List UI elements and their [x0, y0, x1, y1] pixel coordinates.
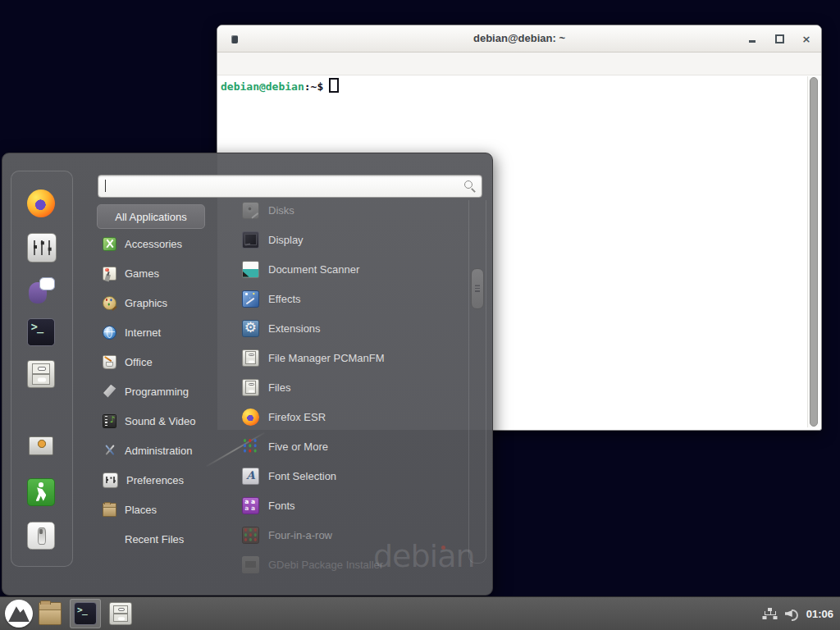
firefox-icon	[27, 189, 55, 217]
terminal-icon	[27, 318, 55, 346]
fourrow-icon	[242, 527, 259, 544]
control-center-icon	[103, 472, 118, 488]
minimize-button[interactable]	[747, 33, 757, 44]
favorite-file-manager[interactable]	[27, 360, 55, 388]
app-four-in-a-row[interactable]: Four-in-a-row	[231, 520, 470, 550]
logout-icon	[27, 478, 55, 506]
cabinet-icon	[242, 379, 259, 396]
prompt-user-host: debian@debian	[221, 80, 304, 93]
clock[interactable]: 01:06	[806, 608, 833, 620]
close-button[interactable]: ×	[801, 33, 811, 44]
folder-icon	[103, 503, 116, 517]
search-icon	[463, 180, 476, 192]
terminal-menubar	[217, 52, 821, 75]
category-places[interactable]: Places	[99, 495, 224, 524]
system-tray: 01:06	[763, 597, 833, 630]
docscanner-icon	[242, 261, 259, 278]
terminal-prompt-line: debian@debian:~$	[221, 78, 807, 94]
app-gdebi-package-installer[interactable]: GDebi Package Installer	[231, 550, 470, 579]
app-document-scanner[interactable]: Document Scanner	[231, 254, 470, 284]
category-recent-files[interactable]: Recent Files	[99, 524, 224, 554]
gdebi-icon	[242, 556, 259, 573]
taskbar: 01:06	[0, 596, 840, 630]
menu-button[interactable]	[5, 600, 33, 628]
app-file-manager-pcmanfm[interactable]: File Manager PCManFM	[231, 343, 470, 372]
lockscreen-icon	[27, 436, 55, 463]
display-icon	[242, 231, 259, 249]
search-box[interactable]	[98, 175, 482, 198]
prompt-path: :~$	[304, 80, 323, 93]
terminal-scrollbar[interactable]	[807, 76, 819, 427]
extensions-icon	[242, 320, 259, 337]
sound-icon	[103, 414, 116, 428]
category-sound-video[interactable]: Sound & Video	[99, 406, 224, 436]
terminal-titlebar[interactable]: debian@debian: ~ ×	[217, 25, 821, 52]
shutdown-icon	[27, 522, 55, 550]
favorite-shut-down[interactable]	[27, 522, 55, 550]
disks-icon	[242, 202, 259, 219]
app-disks[interactable]: Disks	[231, 195, 470, 225]
favorite-lock-screen[interactable]	[27, 436, 55, 463]
distro-logo-icon	[5, 600, 33, 628]
menu-scrollbar[interactable]	[468, 200, 486, 564]
terminal-window-title: debian@debian: ~	[217, 32, 821, 45]
cabinet-icon	[109, 602, 132, 625]
favorite-firefox[interactable]	[27, 189, 55, 217]
app-extensions[interactable]: Extensions	[231, 313, 470, 343]
effects-icon	[242, 290, 259, 308]
terminal-cursor	[329, 78, 339, 93]
terminal-scrollbar-thumb[interactable]	[810, 77, 818, 427]
volume-icon[interactable]	[785, 607, 799, 620]
category-all-applications[interactable]: All Applications	[97, 204, 205, 229]
category-office[interactable]: Office	[99, 347, 224, 377]
category-games[interactable]: Games	[99, 258, 224, 288]
fontsel-icon	[242, 468, 259, 485]
window-controls: ×	[747, 25, 811, 52]
search-input[interactable]	[98, 176, 482, 197]
category-programming[interactable]: Programming	[99, 377, 224, 406]
maximize-button[interactable]	[774, 33, 784, 44]
category-accessories[interactable]: Accessories	[99, 229, 224, 258]
category-graphics[interactable]: Graphics	[99, 288, 224, 317]
application-menu: debian All Applications AccessoriesGames…	[2, 153, 493, 596]
fivemore-icon	[242, 438, 259, 455]
app-fonts[interactable]: Fonts	[231, 491, 470, 520]
taskbar-task-terminal[interactable]	[70, 599, 101, 628]
control-center-icon	[27, 233, 57, 262]
accessories-icon	[103, 237, 116, 251]
app-firefox-esr[interactable]: Firefox ESR	[231, 402, 470, 431]
games-icon	[103, 267, 116, 281]
pidgin-icon	[27, 276, 55, 304]
terminal-icon	[74, 602, 97, 625]
favorite-control-center[interactable]	[27, 233, 55, 261]
category-administration[interactable]: Administration	[99, 436, 224, 465]
office-icon	[103, 355, 116, 369]
app-font-selection[interactable]: Font Selection	[231, 461, 470, 491]
programming-icon	[103, 385, 116, 399]
category-internet[interactable]: Internet	[99, 317, 224, 347]
desktop: debian@debian: ~ × debian@debian:~$ debi…	[0, 0, 840, 630]
internet-icon	[103, 326, 116, 340]
cabinet-icon	[27, 360, 55, 388]
fonts-icon	[242, 497, 259, 514]
favorite-terminal[interactable]	[27, 318, 55, 346]
favorite-pidgin[interactable]	[27, 276, 55, 304]
applications-list: DisksDisplayDocument ScannerEffectsExten…	[231, 195, 470, 579]
taskbar-task-file-manager[interactable]	[34, 599, 66, 628]
network-icon[interactable]	[763, 608, 778, 620]
favorites-column	[11, 171, 73, 567]
graphics-icon	[103, 296, 116, 310]
taskbar-tasks	[34, 599, 136, 628]
app-display[interactable]: Display	[231, 225, 470, 254]
menu-scrollbar-thumb[interactable]	[471, 268, 484, 309]
firefox-icon	[242, 409, 259, 426]
favorite-log-out[interactable]	[27, 478, 55, 506]
app-effects[interactable]: Effects	[231, 284, 470, 313]
app-five-or-more[interactable]: Five or More	[231, 431, 470, 461]
taskbar-task-files[interactable]	[105, 599, 136, 628]
categories-list: AccessoriesGamesGraphicsInternetOfficePr…	[99, 229, 224, 554]
folder-icon	[39, 602, 62, 625]
cabinet-icon	[242, 349, 259, 367]
category-preferences[interactable]: Preferences	[99, 465, 224, 495]
app-files[interactable]: Files	[231, 372, 470, 402]
